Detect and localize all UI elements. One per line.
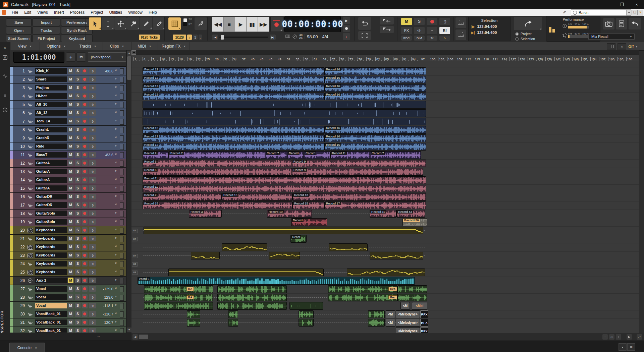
clip-vocal[interactable]	[217, 294, 287, 301]
expand-chevron-icon[interactable]: »	[114, 170, 118, 172]
solo-button[interactable]: S	[75, 194, 80, 199]
track-scrollbar[interactable]: ▲ ▼	[126, 50, 131, 333]
clip-vocal[interactable]	[299, 319, 314, 327]
tvmenu-view[interactable]: View▼	[10, 42, 40, 50]
clip-record[interactable]: Record	[287, 151, 304, 159]
record-arm-button[interactable]	[82, 127, 88, 132]
solo-button[interactable]: S	[75, 311, 80, 317]
global-record-button[interactable]	[427, 18, 437, 25]
automation-button[interactable]: ≈	[427, 27, 437, 34]
menu-views[interactable]: Views	[34, 9, 51, 16]
snap-dot-chip[interactable]: .	[199, 35, 202, 40]
expand-icon[interactable]: ⇗	[563, 10, 566, 14]
track-name[interactable]: Keyboards	[35, 236, 67, 241]
input-echo-button[interactable]: ·))	[89, 219, 96, 225]
record-arm-button[interactable]	[82, 202, 88, 208]
clip-mel[interactable]: <Mel	[412, 302, 427, 310]
record-arm-button[interactable]	[82, 211, 88, 216]
track-name[interactable]: Kick_K	[35, 68, 67, 74]
record-arm-button[interactable]	[82, 294, 88, 300]
mute-button[interactable]: M	[68, 110, 73, 116]
record-arm-button[interactable]	[82, 68, 88, 74]
metronome-icon[interactable]	[285, 34, 290, 39]
clip-ra[interactable]: RA	[186, 287, 194, 291]
track-name[interactable]: Alt_12	[35, 110, 67, 116]
clip-vocal[interactable]	[368, 310, 385, 318]
mute-button[interactable]: M	[68, 68, 73, 74]
mdi-close-icon[interactable]: ×	[638, 10, 643, 15]
mute-button[interactable]: M	[68, 118, 73, 124]
menu-file[interactable]: File	[9, 9, 21, 16]
expand-chevron-icon[interactable]: »	[114, 178, 118, 180]
export-selection-radio[interactable]: Selection	[515, 37, 535, 41]
clip-ra[interactable]: RA	[186, 295, 194, 299]
track-row-9[interactable]: 9CrashRMS·))»	[10, 134, 126, 142]
track-name[interactable]: Ride	[35, 143, 67, 149]
expand-chevron-icon[interactable]: »	[114, 271, 118, 273]
scroll-down-icon[interactable]: ▼	[127, 328, 131, 332]
clip-sparse-blue[interactable]	[143, 109, 426, 117]
solo-button[interactable]: S	[75, 102, 80, 107]
clip-record-12[interactable]: Record 12	[143, 126, 324, 134]
clip-midi-steps[interactable]	[222, 243, 267, 251]
track-row-15[interactable]: 15GuitarAMS·))»	[10, 184, 126, 192]
record-arm-button[interactable]	[82, 143, 88, 149]
track-row-4[interactable]: 4Hi-hetMS·))»	[10, 92, 126, 100]
clip-vocal[interactable]	[397, 294, 427, 301]
clip-melodyne[interactable]: <Melodyne>	[396, 310, 420, 318]
transport-slider[interactable]	[219, 37, 268, 38]
input-echo-button[interactable]: ·))	[89, 319, 96, 325]
input-echo-button[interactable]: ·))	[89, 85, 96, 91]
ruler-timeline-button[interactable]	[455, 17, 466, 28]
expand-chevron-icon[interactable]: »	[114, 229, 118, 231]
selection-from[interactable]: 123:04:600	[477, 24, 497, 28]
solo-button[interactable]: S	[75, 202, 80, 208]
track-row-32[interactable]: 32VocalBack_01MS·))»	[10, 327, 126, 333]
fast-forward-button[interactable]: ▶▶	[258, 17, 269, 32]
mute-button[interactable]: M	[68, 93, 73, 99]
clock-rail-icon[interactable]	[0, 108, 10, 112]
articulation-icon[interactable]: A	[0, 55, 10, 60]
clip-midi-line[interactable]	[144, 227, 423, 234]
clip-record-15[interactable]: Record 15	[292, 201, 324, 209]
add-track-button[interactable]: ＋	[66, 52, 75, 62]
mute-button[interactable]: M	[68, 294, 73, 300]
solo-button[interactable]: S	[75, 278, 80, 283]
track-name[interactable]: Aux 1	[35, 278, 67, 283]
track-row-18[interactable]: 18GuitarSoloMS·))»	[10, 210, 126, 218]
record-arm-button[interactable]	[82, 219, 88, 225]
record-arm-button[interactable]	[82, 286, 88, 292]
solo-button[interactable]: S	[75, 143, 80, 149]
snap-resolution-chip[interactable]: 1/128	[173, 35, 186, 40]
mute-button[interactable]: M	[68, 236, 73, 241]
track-name[interactable]: GuitarA	[35, 160, 67, 166]
solo-button[interactable]: S	[75, 244, 80, 250]
track-name[interactable]: GuitarDR	[35, 202, 67, 208]
track-row-31[interactable]: 31VocalBack_01MS·))-120.7»	[10, 318, 126, 327]
record-arm-button[interactable]	[82, 102, 88, 107]
mute-button[interactable]: M	[68, 177, 73, 183]
expand-chevron-icon[interactable]: »	[114, 187, 118, 189]
draw-tool-button[interactable]	[140, 17, 152, 30]
track-name[interactable]: VocalBack_01	[35, 319, 67, 325]
go-end-button[interactable]: ▶|	[270, 35, 276, 40]
mute-button[interactable]: M	[68, 143, 73, 149]
clip-sparse-green[interactable]	[289, 302, 323, 310]
track-row-6[interactable]: 6Alt_12MS·))»	[10, 109, 126, 117]
record-arm-button[interactable]	[82, 328, 88, 333]
record-arm-button[interactable]	[82, 278, 88, 283]
notes-icon[interactable]	[616, 18, 627, 30]
expand-chevron-icon[interactable]: »	[114, 262, 118, 264]
record-arm-button[interactable]	[82, 160, 88, 166]
input-echo-button[interactable]: ·))	[89, 286, 96, 292]
clip-recor[interactable]: Recor	[290, 235, 307, 243]
clip-record-9[interactable]: Record 9	[292, 160, 426, 167]
clip-record-17[interactable]: Record 17	[324, 201, 426, 209]
track-name[interactable]: Vocal	[35, 303, 67, 308]
minimize-icon[interactable]: –	[600, 0, 614, 9]
clip-record-6[interactable]: Record 6	[143, 168, 292, 176]
input-echo-button[interactable]: ·))	[89, 76, 96, 82]
input-echo-button[interactable]: ·))	[89, 278, 96, 283]
expand-chevron-icon[interactable]: »	[114, 195, 118, 197]
tvmenu-midi[interactable]: MIDI▼	[131, 42, 158, 50]
